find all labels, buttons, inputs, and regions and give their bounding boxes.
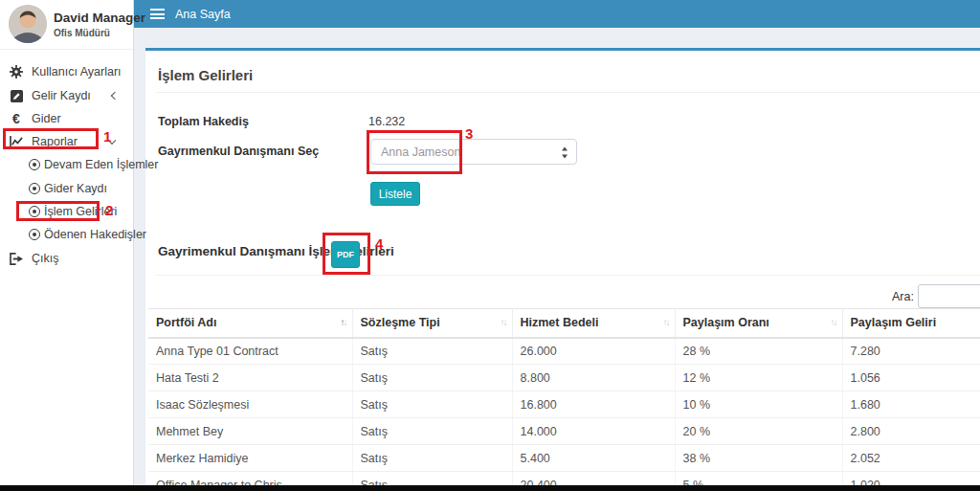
panel-title: İşlem Gelirleri (158, 67, 253, 83)
sidebar-item-gider-kaydi[interactable]: Gider Kaydı (0, 177, 134, 200)
menu-toggle-icon[interactable] (150, 9, 165, 19)
sort-icon: ↑↓ (663, 317, 669, 327)
page-title: Ana Sayfa (175, 8, 231, 21)
sort-icon: ↑↓ (341, 317, 346, 327)
sidebar-item-label: Devam Eden İşlemler (44, 158, 159, 171)
listele-button[interactable]: Listele (370, 182, 420, 206)
search-label: Ara: (892, 290, 914, 303)
dot-circle-icon (27, 157, 42, 172)
sidebar-item-label: Ödenen Hakedişler (44, 228, 146, 241)
select-updown-icon (561, 145, 568, 163)
user-role: Ofis Müdürü (54, 28, 110, 38)
total-hakedis-value: 16.232 (368, 115, 405, 128)
sidebar-item-gelir-kaydi[interactable]: Gelir Kaydı (0, 84, 134, 107)
screenshot-bottom-edge (0, 485, 980, 491)
divider (156, 92, 980, 93)
sidebar-item-label: Gider Kaydı (44, 182, 107, 195)
table-header-row: Portföi Adı ↑↓ Sözleşme Tipi ↑↓ Hizmet B… (148, 309, 980, 338)
consultant-select-label: Gayrımenkul Danışmanı Seç (158, 145, 319, 158)
column-header-portfoy-adi[interactable]: Portföi Adı ↑↓ (148, 309, 352, 338)
sidebar-item-cikis[interactable]: Çıkış (0, 247, 134, 270)
user-name: David Manager (54, 11, 145, 25)
column-header-sozlesme-tipi[interactable]: Sözleşme Tipi ↑↓ (352, 309, 512, 338)
annotation-number-2: 2 (105, 202, 113, 218)
sidebar-item-gider[interactable]: € Gider (0, 107, 134, 130)
app-window: David Manager Ofis Müdürü Kullanıcı Ayar… (0, 0, 980, 491)
results-table: Portföi Adı ↑↓ Sözleşme Tipi ↑↓ Hizmet B… (148, 308, 980, 491)
table-row: Mehmet BeySatış14.00020 %2.800 (148, 418, 980, 445)
table-row: Isaac SözleşmesiSatış16.80010 %1.680 (148, 391, 980, 418)
sidebar-item-odenen-hakedisler[interactable]: Ödenen Hakedişler (0, 223, 134, 246)
annotation-number-3: 3 (465, 125, 473, 142)
sort-icon: ↑↓ (501, 317, 506, 327)
annotation-number-1: 1 (103, 128, 111, 145)
column-header-paylasim-orani[interactable]: Paylaşım Oranı ↑↓ (675, 309, 842, 338)
logout-icon (9, 251, 24, 266)
annotation-number-4: 4 (375, 235, 383, 252)
pencil-square-icon (9, 88, 24, 103)
sidebar-item-devam-eden-islemler[interactable]: Devam Eden İşlemler (0, 153, 134, 176)
table-row: Anna Type 01 ContractSatış26.00028 %7.28… (148, 338, 980, 365)
sidebar-item-label: Gelir Kaydı (32, 89, 91, 102)
sidebar: David Manager Ofis Müdürü Kullanıcı Ayar… (0, 0, 134, 491)
sidebar-item-label: Çıkış (32, 252, 58, 265)
sidebar-item-label: Gider (32, 112, 61, 125)
total-hakedis-label: Toplam Hakediş (158, 115, 249, 128)
annotation-box-1 (3, 128, 99, 149)
column-header-hizmet-bedeli[interactable]: Hizmet Bedeli ↑↓ (512, 309, 675, 338)
divider (156, 275, 980, 276)
table-row: Hata Testi 2Satış8.80012 %1.056 (148, 365, 980, 391)
dot-circle-icon (27, 227, 42, 242)
column-header-paylasim-geliri[interactable]: Paylaşım Geliri (842, 309, 980, 338)
annotation-box-4 (323, 233, 370, 275)
topbar: Ana Sayfa (134, 0, 980, 28)
dot-circle-icon (27, 181, 42, 196)
sidebar-item-label: Kullanıcı Ayarları (32, 65, 122, 78)
annotation-box-3 (367, 130, 462, 174)
sidebar-item-kullanici-ayarlari[interactable]: Kullanıcı Ayarları (0, 60, 134, 83)
chevron-left-icon (111, 92, 119, 100)
user-profile: David Manager Ofis Müdürü (0, 0, 133, 50)
avatar (9, 5, 47, 43)
euro-icon: € (9, 111, 24, 126)
annotation-box-2 (16, 201, 100, 221)
sort-icon: ↑↓ (831, 317, 836, 327)
search-input[interactable] (918, 284, 980, 308)
table-row: Merkez HamidiyeSatış5.40038 %2.052 (148, 445, 980, 472)
gear-icon (9, 64, 24, 79)
